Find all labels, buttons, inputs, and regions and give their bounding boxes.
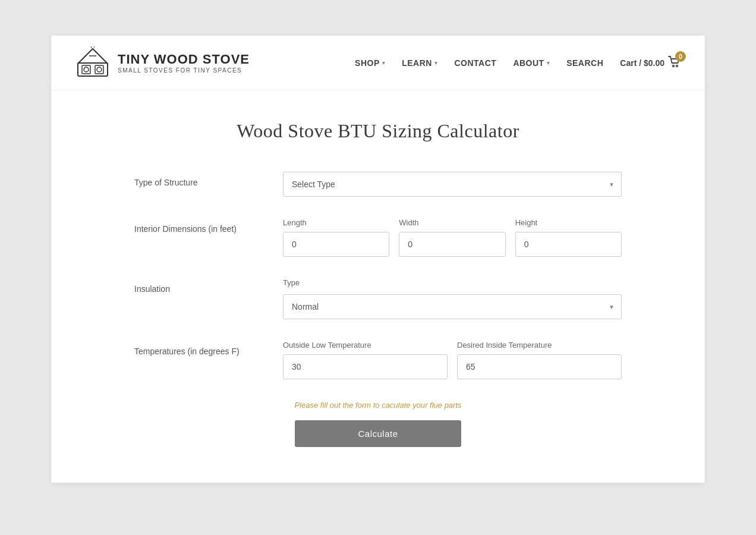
svg-point-8 [676, 65, 678, 67]
temperatures-label: Temperatures (in degrees F) [134, 341, 265, 356]
structure-row: Type of Structure Select Type Cabin Hous… [134, 172, 622, 197]
height-field: Height [515, 218, 622, 257]
nav-about[interactable]: ABOUT ▾ [513, 58, 550, 68]
nav-shop[interactable]: SHOP ▾ [355, 58, 385, 68]
nav-cart[interactable]: Cart / $0.00 0 [620, 56, 681, 70]
outside-low-input[interactable] [283, 354, 448, 379]
width-label: Width [399, 218, 505, 227]
svg-point-6 [97, 67, 102, 72]
svg-rect-1 [82, 65, 90, 74]
page-title: Wood Stove BTU Sizing Calculator [99, 120, 657, 142]
width-field: Width [399, 218, 505, 257]
svg-point-5 [84, 67, 89, 72]
outside-low-label: Outside Low Temperature [283, 341, 448, 350]
logo-subtitle: SMALL STOVES FOR TINY SPACES [118, 67, 250, 74]
dimensions-controls: Length Width Height [283, 218, 622, 257]
temp-inputs: Outside Low Temperature Desired Inside T… [283, 341, 622, 379]
height-label: Height [515, 218, 622, 227]
length-input[interactable] [283, 232, 389, 257]
calculate-button[interactable]: Calculate [295, 420, 461, 447]
desired-temp-field: Desired Inside Temperature [457, 341, 622, 379]
insulation-controls: Type Normal Poor Good Excellent [283, 278, 622, 319]
logo-title: TINY WOOD STOVE [118, 52, 250, 67]
length-field: Length [283, 218, 389, 257]
insulation-row: Insulation Type Normal Poor Good Excelle… [134, 278, 622, 319]
outside-temp-field: Outside Low Temperature [283, 341, 448, 379]
calculator-form: Type of Structure Select Type Cabin Hous… [134, 172, 622, 447]
nav-contact[interactable]: CONTACT [454, 58, 496, 68]
temperatures-controls: Outside Low Temperature Desired Inside T… [283, 341, 622, 379]
learn-chevron-icon: ▾ [434, 60, 438, 66]
structure-label: Type of Structure [134, 172, 265, 187]
site-wrapper: TINY WOOD STOVE SMALL STOVES FOR TINY SP… [51, 36, 705, 483]
dimensions-row: Interior Dimensions (in feet) Length Wid… [134, 218, 622, 257]
logo-area[interactable]: TINY WOOD STOVE SMALL STOVES FOR TINY SP… [75, 46, 250, 79]
cart-icon-wrap: 0 [668, 56, 681, 70]
header: TINY WOOD STOVE SMALL STOVES FOR TINY SP… [51, 36, 705, 90]
insulation-select-wrapper: Normal Poor Good Excellent [283, 294, 622, 319]
dim-inputs: Length Width Height [283, 218, 622, 257]
structure-select[interactable]: Select Type Cabin House Tiny Home Yurt V… [283, 172, 622, 197]
about-chevron-icon: ▾ [547, 60, 550, 66]
structure-controls: Select Type Cabin House Tiny Home Yurt V… [283, 172, 622, 197]
logo-text: TINY WOOD STOVE SMALL STOVES FOR TINY SP… [118, 52, 250, 74]
length-label: Length [283, 218, 389, 227]
shop-chevron-icon: ▾ [382, 60, 386, 66]
main-nav: SHOP ▾ LEARN ▾ CONTACT ABOUT ▾ SEARCH Ca… [355, 56, 681, 70]
desired-inside-input[interactable] [457, 354, 622, 379]
svg-rect-2 [95, 65, 103, 74]
dimensions-label: Interior Dimensions (in feet) [134, 218, 265, 234]
insulation-label: Insulation [134, 278, 265, 294]
warning-text: Please fill out the form to caculate you… [134, 401, 622, 410]
nav-search[interactable]: SEARCH [566, 58, 603, 68]
insulation-type-label: Type [283, 278, 622, 287]
cart-badge: 0 [675, 51, 686, 62]
main-content: Wood Stove BTU Sizing Calculator Type of… [51, 90, 705, 483]
width-input[interactable] [399, 232, 505, 257]
nav-learn[interactable]: LEARN ▾ [402, 58, 437, 68]
structure-select-wrapper: Select Type Cabin House Tiny Home Yurt V… [283, 172, 622, 197]
desired-inside-label: Desired Inside Temperature [457, 341, 622, 350]
temperatures-row: Temperatures (in degrees F) Outside Low … [134, 341, 622, 379]
height-input[interactable] [515, 232, 622, 257]
logo-icon [75, 46, 111, 79]
insulation-select[interactable]: Normal Poor Good Excellent [283, 294, 622, 319]
svg-point-7 [673, 65, 675, 67]
